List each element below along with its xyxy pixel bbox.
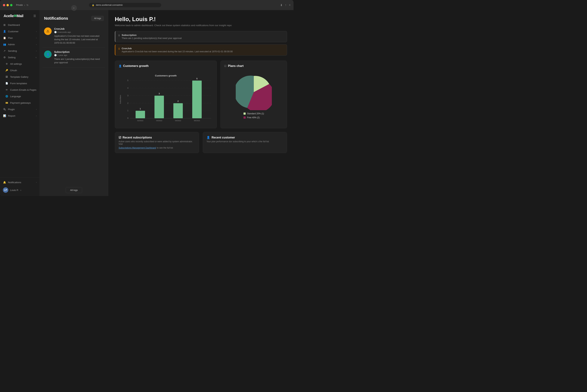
download-icon[interactable]: ⬇ — [280, 4, 282, 7]
customers-growth-title: Customers growth — [123, 64, 149, 68]
warning-icon: ℹ — [119, 47, 120, 50]
sidebar-item-customer[interactable]: 👤 Customer › — [0, 28, 40, 34]
url-text: demo.acellemail.com/admin — [96, 4, 123, 6]
panel-close-button[interactable]: ← — [71, 5, 77, 11]
sidebar-item-form-templates[interactable]: 📄 Form templates — [0, 80, 40, 86]
payment-icon: 💳 — [5, 101, 8, 104]
chevron-right-icon: › — [21, 189, 21, 192]
recent-customers-card: 👤 Recent customer Your plan performance … — [203, 132, 287, 153]
alert-title: CronJob — [122, 47, 233, 50]
chevron-right-icon: › — [36, 44, 37, 46]
all-logs-top-button[interactable]: All logs — [91, 16, 104, 21]
legend-standard: Standard 20% (1) — [247, 112, 264, 115]
plan-icon: 📋 — [3, 36, 6, 40]
plans-chart-title: Plans chart — [228, 64, 243, 68]
recent-customers-title: Recent customer — [211, 136, 235, 139]
notification-time: 🕐 4 seconds ago — [54, 31, 104, 33]
maximize-button-tl[interactable] — [10, 4, 13, 6]
sending-icon: ↗ — [3, 49, 6, 52]
svg-text:Customers growth: Customers growth — [155, 74, 177, 77]
svg-text:2: 2 — [177, 100, 178, 102]
notification-item-subscription: 👤 Subscription 🕐 1 year ago There are 1 … — [43, 48, 105, 68]
page-greeting: Hello, Louis P.! — [115, 16, 287, 22]
customers-growth-icon: 👤 — [119, 64, 122, 68]
sidebar-item-plan[interactable]: 📋 Plan › — [0, 34, 40, 41]
plans-chart-card: ☑ Plans chart — [220, 60, 287, 128]
recent-subscriptions-title: Recent subscriptions — [123, 136, 152, 139]
admin-icon: 👥 — [3, 43, 6, 46]
svg-rect-17 — [155, 96, 164, 118]
sidebar-item-payment-gateways[interactable]: 💳 Payment gateways — [0, 100, 40, 106]
traffic-lights — [3, 4, 13, 6]
sidebar-item-setting[interactable]: ⚙ Setting ∨ — [0, 54, 40, 60]
svg-text:1: 1 — [127, 110, 129, 112]
dashboard-icon: ⊞ — [3, 23, 6, 26]
sidebar-item-label: Form templates — [10, 82, 37, 85]
alert-title: Subscription — [122, 34, 182, 36]
sidebar-user[interactable]: LP Louis P. › — [0, 186, 40, 194]
recent-customers-subtitle: Your plan performance dur subscribing to… — [206, 140, 283, 143]
sidebar-nav: ⊞ Dashboard 👤 Customer › 📋 Plan › 👥 Admi… — [0, 21, 40, 178]
sidebar-item-label: Language — [10, 95, 37, 98]
notification-time: 🕐 1 year ago — [54, 54, 104, 56]
svg-text:3: 3 — [127, 95, 129, 97]
all-logs-bottom-button[interactable]: All logs — [66, 187, 82, 193]
sidebar-item-label: Setting — [8, 56, 34, 59]
user-avatar: LP — [3, 187, 8, 193]
language-icon: 🌐 — [5, 95, 8, 98]
sidebar-item-sending[interactable]: ↗ Sending › — [0, 48, 40, 54]
back-icon[interactable]: ‹ — [24, 4, 25, 6]
share-icon[interactable]: ↑ — [285, 4, 286, 7]
alert-cronjob: ℹ CronJob Application's CronJob has not … — [115, 44, 287, 56]
chevron-right-icon: › — [36, 30, 37, 32]
setting-icon: ⚙ — [3, 56, 6, 59]
recent-subscriptions-card: ☑ Recent subscriptions Active users who … — [115, 132, 199, 153]
browser-actions: ⬇ ↑ + — [280, 4, 290, 7]
sidebar-item-label: Plan — [8, 36, 34, 39]
sidebar-item-label: All settings — [10, 62, 37, 65]
sidebar-item-template-gallery[interactable]: 🖼 Template Gallery — [0, 74, 40, 80]
close-button-tl[interactable] — [3, 4, 5, 6]
notifications-panel-title: Notifications — [44, 16, 68, 21]
new-tab-icon[interactable]: + — [289, 4, 290, 7]
oauth-icon: 🔑 — [5, 69, 8, 72]
sidebar-item-dashboard[interactable]: ⊞ Dashboard — [0, 22, 40, 28]
sidebar-item-oauth[interactable]: 🔑 OAuth — [0, 67, 40, 74]
reload-icon[interactable]: ↻ — [27, 4, 29, 6]
alert-text: There are 1 pending subscription(s) that… — [122, 37, 182, 40]
sidebar-item-notifications[interactable]: 🔔 Notifications › — [0, 179, 40, 186]
sidebar-item-language[interactable]: 🌐 Language — [0, 93, 40, 100]
notifications-icon: 🔔 — [3, 181, 6, 184]
notifications-list: ⚠ CronJob 🕐 4 seconds ago Application's … — [40, 24, 108, 184]
sidebar-item-custom-emails[interactable]: ✉ Custom Emails & Pages — [0, 86, 40, 93]
chevron-right-icon: › — [36, 50, 37, 52]
subscriptions-management-link[interactable]: Subscriptions Management Dashboard — [119, 146, 156, 149]
sidebar: Acelle✉Mail ☰ ⊞ Dashboard 👤 Customer › 📋… — [0, 10, 40, 196]
sidebar-item-label: Report — [8, 114, 34, 117]
svg-text:04/2022: 04/2022 — [175, 120, 181, 122]
sidebar-item-all-settings[interactable]: ⚙ All settings — [0, 60, 40, 67]
sidebar-item-label: Notifications — [8, 181, 34, 184]
sidebar-item-admin[interactable]: 👥 Admin › — [0, 41, 40, 48]
subscriptions-link-suffix-text: to see the full list — [157, 146, 173, 149]
sidebar-item-report[interactable]: 📊 Report › — [0, 112, 40, 119]
sidebar-menu-icon[interactable]: ☰ — [33, 14, 36, 18]
minimize-button-tl[interactable] — [7, 4, 9, 6]
sidebar-item-label: Customer — [8, 30, 34, 33]
customers-growth-card: 👤 Customers growth Customers growth Subs… — [115, 60, 217, 128]
svg-text:02/2022: 02/2022 — [137, 120, 143, 122]
svg-text:4: 4 — [127, 87, 129, 89]
address-bar[interactable]: 🔒 demo.acellemail.com/admin — [89, 3, 161, 7]
form-templates-icon: 📄 — [5, 82, 8, 85]
browser-chrome: Private ‹ ↻ 🔒 demo.acellemail.com/admin … — [0, 0, 294, 10]
report-icon: 📊 — [3, 114, 6, 118]
customer-icon: 👤 — [3, 30, 6, 33]
notification-text: There are 1 pending subscription(s) that… — [54, 58, 104, 64]
sidebar-item-plugin[interactable]: 🔌 Plugin › — [0, 106, 40, 112]
plans-chart-icon: ☑ — [224, 64, 226, 68]
svg-rect-14 — [136, 111, 145, 118]
custom-emails-icon: ✉ — [5, 88, 8, 92]
notification-text: Application's CronJob has not been execu… — [54, 34, 104, 44]
sidebar-item-label: Template Gallery — [10, 76, 37, 78]
notification-content-cronjob: CronJob 🕐 4 seconds ago Application's Cr… — [54, 28, 104, 44]
